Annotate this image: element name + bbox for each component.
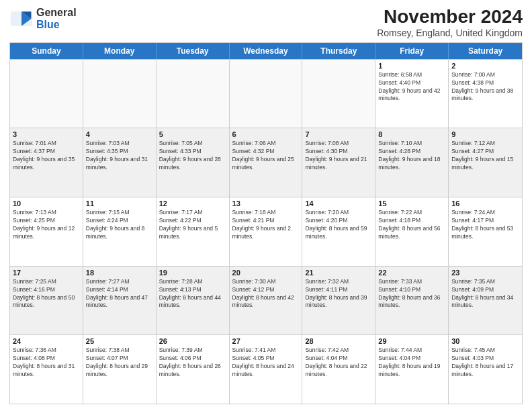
cal-cell-3-4: 13Sunrise: 7:18 AM Sunset: 4:21 PM Dayli…	[230, 197, 303, 266]
cal-cell-3-3: 12Sunrise: 7:17 AM Sunset: 4:22 PM Dayli…	[157, 197, 230, 266]
header-saturday: Saturday	[449, 43, 522, 59]
calendar: Sunday Monday Tuesday Wednesday Thursday…	[9, 42, 523, 404]
day-number: 24	[13, 337, 80, 345]
day-number: 11	[86, 199, 153, 208]
day-number: 5	[159, 130, 226, 138]
day-number: 1	[378, 62, 445, 70]
header-tuesday: Tuesday	[157, 43, 230, 59]
cal-cell-4-3: 19Sunrise: 7:28 AM Sunset: 4:13 PM Dayli…	[157, 267, 230, 335]
cell-info: Sunrise: 7:28 AM Sunset: 4:13 PM Dayligh…	[159, 278, 226, 310]
cal-cell-5-1: 24Sunrise: 7:36 AM Sunset: 4:08 PM Dayli…	[10, 335, 83, 404]
cal-cell-1-1	[10, 60, 83, 128]
day-number: 19	[159, 269, 226, 277]
day-number: 22	[378, 269, 445, 277]
cal-cell-4-5: 21Sunrise: 7:32 AM Sunset: 4:11 PM Dayli…	[302, 267, 375, 335]
cell-info: Sunrise: 7:10 AM Sunset: 4:28 PM Dayligh…	[378, 140, 445, 172]
cell-info: Sunrise: 7:15 AM Sunset: 4:24 PM Dayligh…	[86, 209, 153, 241]
cal-cell-5-6: 29Sunrise: 7:44 AM Sunset: 4:04 PM Dayli…	[375, 335, 449, 404]
cal-cell-2-2: 4Sunrise: 7:03 AM Sunset: 4:35 PM Daylig…	[83, 128, 157, 197]
title-block: November 2024 Romsey, England, United Ki…	[377, 7, 523, 38]
day-number: 9	[451, 130, 519, 138]
cal-cell-1-3	[157, 60, 230, 128]
cal-cell-5-2: 25Sunrise: 7:38 AM Sunset: 4:07 PM Dayli…	[83, 335, 157, 404]
cal-cell-2-3: 5Sunrise: 7:05 AM Sunset: 4:33 PM Daylig…	[157, 128, 230, 197]
day-number: 12	[159, 199, 226, 208]
cell-info: Sunrise: 7:17 AM Sunset: 4:22 PM Dayligh…	[159, 209, 226, 241]
cell-info: Sunrise: 7:01 AM Sunset: 4:37 PM Dayligh…	[13, 140, 80, 172]
cal-cell-4-1: 17Sunrise: 7:25 AM Sunset: 4:16 PM Dayli…	[10, 267, 83, 335]
week-row-5: 24Sunrise: 7:36 AM Sunset: 4:08 PM Dayli…	[10, 334, 522, 404]
cell-info: Sunrise: 7:00 AM Sunset: 4:38 PM Dayligh…	[451, 71, 519, 103]
logo-icon	[9, 7, 34, 31]
cell-info: Sunrise: 6:58 AM Sunset: 4:40 PM Dayligh…	[378, 71, 445, 103]
day-number: 20	[232, 269, 300, 277]
cell-info: Sunrise: 7:22 AM Sunset: 4:18 PM Dayligh…	[378, 209, 445, 241]
cal-cell-2-4: 6Sunrise: 7:06 AM Sunset: 4:32 PM Daylig…	[230, 128, 303, 197]
cal-cell-2-7: 9Sunrise: 7:12 AM Sunset: 4:27 PM Daylig…	[449, 128, 522, 197]
header-monday: Monday	[83, 43, 157, 59]
cal-cell-3-7: 16Sunrise: 7:24 AM Sunset: 4:17 PM Dayli…	[449, 197, 522, 266]
cal-cell-1-6: 1Sunrise: 6:58 AM Sunset: 4:40 PM Daylig…	[375, 60, 449, 128]
week-row-1: 1Sunrise: 6:58 AM Sunset: 4:40 PM Daylig…	[10, 59, 522, 128]
cal-cell-5-7: 30Sunrise: 7:45 AM Sunset: 4:03 PM Dayli…	[449, 335, 522, 404]
cell-info: Sunrise: 7:38 AM Sunset: 4:07 PM Dayligh…	[86, 347, 153, 379]
cal-cell-5-5: 28Sunrise: 7:42 AM Sunset: 4:04 PM Dayli…	[302, 335, 375, 404]
logo-text: General Blue	[36, 7, 77, 30]
day-number: 7	[305, 130, 372, 138]
cal-cell-2-1: 3Sunrise: 7:01 AM Sunset: 4:37 PM Daylig…	[10, 128, 83, 197]
cell-info: Sunrise: 7:44 AM Sunset: 4:04 PM Dayligh…	[378, 347, 445, 379]
cal-cell-5-4: 27Sunrise: 7:41 AM Sunset: 4:05 PM Dayli…	[230, 335, 303, 404]
cell-info: Sunrise: 7:18 AM Sunset: 4:21 PM Dayligh…	[232, 209, 300, 241]
month-year-title: November 2024	[377, 7, 523, 28]
cell-info: Sunrise: 7:27 AM Sunset: 4:14 PM Dayligh…	[86, 278, 153, 310]
week-row-3: 10Sunrise: 7:13 AM Sunset: 4:25 PM Dayli…	[10, 197, 522, 266]
cell-info: Sunrise: 7:42 AM Sunset: 4:04 PM Dayligh…	[305, 347, 372, 379]
cal-cell-3-2: 11Sunrise: 7:15 AM Sunset: 4:24 PM Dayli…	[83, 197, 157, 266]
cal-cell-2-6: 8Sunrise: 7:10 AM Sunset: 4:28 PM Daylig…	[375, 128, 449, 197]
location-subtitle: Romsey, England, United Kingdom	[377, 28, 523, 38]
day-number: 10	[13, 199, 80, 208]
cell-info: Sunrise: 7:30 AM Sunset: 4:12 PM Dayligh…	[232, 278, 300, 310]
cal-cell-3-1: 10Sunrise: 7:13 AM Sunset: 4:25 PM Dayli…	[10, 197, 83, 266]
day-number: 21	[305, 269, 372, 277]
cal-cell-1-4	[230, 60, 303, 128]
calendar-header: Sunday Monday Tuesday Wednesday Thursday…	[10, 43, 522, 59]
cell-info: Sunrise: 7:35 AM Sunset: 4:09 PM Dayligh…	[451, 278, 519, 310]
week-row-4: 17Sunrise: 7:25 AM Sunset: 4:16 PM Dayli…	[10, 266, 522, 335]
header-sunday: Sunday	[10, 43, 83, 59]
day-number: 25	[86, 337, 153, 345]
day-number: 2	[451, 62, 519, 70]
logo: General Blue	[9, 7, 77, 31]
cell-info: Sunrise: 7:06 AM Sunset: 4:32 PM Dayligh…	[232, 140, 300, 172]
cell-info: Sunrise: 7:32 AM Sunset: 4:11 PM Dayligh…	[305, 278, 372, 310]
header-friday: Friday	[375, 43, 449, 59]
cal-cell-2-5: 7Sunrise: 7:08 AM Sunset: 4:30 PM Daylig…	[302, 128, 375, 197]
day-number: 8	[378, 130, 445, 138]
cal-cell-3-6: 15Sunrise: 7:22 AM Sunset: 4:18 PM Dayli…	[375, 197, 449, 266]
day-number: 17	[13, 269, 80, 277]
day-number: 14	[305, 199, 372, 208]
header-thursday: Thursday	[302, 43, 375, 59]
cal-cell-4-2: 18Sunrise: 7:27 AM Sunset: 4:14 PM Dayli…	[83, 267, 157, 335]
cal-cell-1-7: 2Sunrise: 7:00 AM Sunset: 4:38 PM Daylig…	[449, 60, 522, 128]
cal-cell-1-5	[302, 60, 375, 128]
cell-info: Sunrise: 7:20 AM Sunset: 4:20 PM Dayligh…	[305, 209, 372, 241]
day-number: 30	[451, 337, 519, 345]
calendar-body: 1Sunrise: 6:58 AM Sunset: 4:40 PM Daylig…	[10, 59, 522, 404]
cal-cell-5-3: 26Sunrise: 7:39 AM Sunset: 4:06 PM Dayli…	[157, 335, 230, 404]
header-wednesday: Wednesday	[230, 43, 303, 59]
cell-info: Sunrise: 7:25 AM Sunset: 4:16 PM Dayligh…	[13, 278, 80, 310]
day-number: 26	[159, 337, 226, 345]
cell-info: Sunrise: 7:39 AM Sunset: 4:06 PM Dayligh…	[159, 347, 226, 379]
cell-info: Sunrise: 7:24 AM Sunset: 4:17 PM Dayligh…	[451, 209, 519, 241]
cell-info: Sunrise: 7:36 AM Sunset: 4:08 PM Dayligh…	[13, 347, 80, 379]
cell-info: Sunrise: 7:03 AM Sunset: 4:35 PM Dayligh…	[86, 140, 153, 172]
day-number: 16	[451, 199, 519, 208]
cell-info: Sunrise: 7:33 AM Sunset: 4:10 PM Dayligh…	[378, 278, 445, 310]
cal-cell-4-6: 22Sunrise: 7:33 AM Sunset: 4:10 PM Dayli…	[375, 267, 449, 335]
cell-info: Sunrise: 7:13 AM Sunset: 4:25 PM Dayligh…	[13, 209, 80, 241]
day-number: 23	[451, 269, 519, 277]
day-number: 18	[86, 269, 153, 277]
day-number: 3	[13, 130, 80, 138]
cal-cell-3-5: 14Sunrise: 7:20 AM Sunset: 4:20 PM Dayli…	[302, 197, 375, 266]
